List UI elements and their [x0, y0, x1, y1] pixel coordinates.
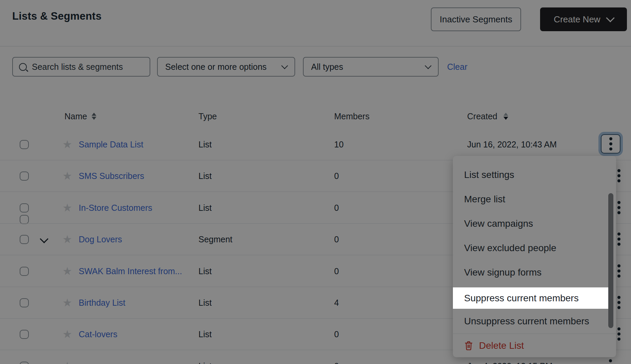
lists-and-segments-page: Lists & Segments Inactive Segments Creat… — [0, 0, 631, 364]
spotlight-menu-item-suppress-current-members[interactable]: Suppress current members — [453, 287, 608, 309]
dim-overlay — [0, 0, 631, 364]
